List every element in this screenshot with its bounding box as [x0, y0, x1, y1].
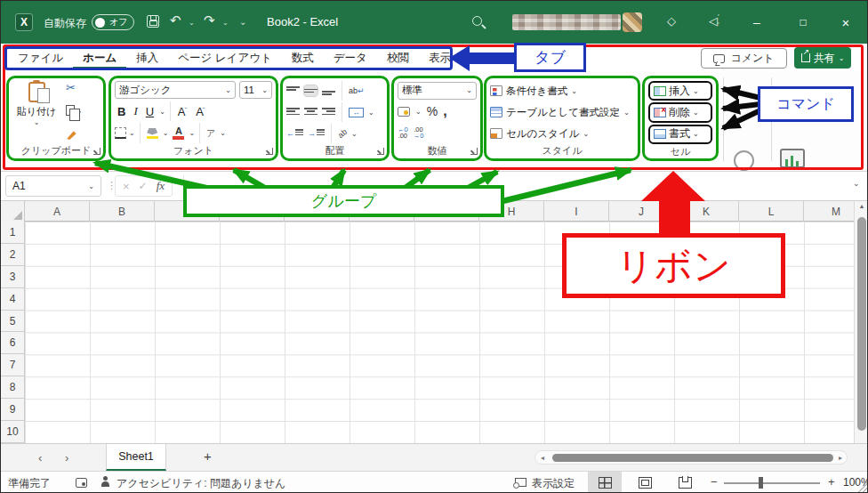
delete-cells-button[interactable]: 削除 ⌄	[648, 102, 712, 122]
comments-button[interactable]: コメント	[701, 48, 787, 69]
bold-button[interactable]: B	[115, 105, 128, 118]
column-header[interactable]: B	[90, 201, 155, 222]
horizontal-scrollbar[interactable]: ◂ ▸	[534, 450, 848, 465]
tab-insert[interactable]: 挿入	[126, 47, 168, 69]
fill-color-button[interactable]	[145, 128, 160, 140]
percent-style-icon[interactable]: %	[427, 104, 438, 118]
align-middle-icon[interactable]	[304, 85, 317, 96]
maximize-button[interactable]: □	[785, 1, 821, 44]
borders-chevron-icon[interactable]: ⌄	[129, 129, 135, 137]
grow-font-button[interactable]: Aˆ	[175, 105, 190, 118]
sheet-tab-sheet1[interactable]: Sheet1	[106, 444, 166, 471]
increase-indent-icon[interactable]: →	[308, 129, 325, 138]
tab-page-layout[interactable]: ページ レイアウト	[168, 47, 282, 69]
align-bottom-icon[interactable]	[322, 85, 335, 96]
zoom-in-button[interactable]: +	[828, 475, 835, 489]
font-color-chevron-icon[interactable]: ⌄	[189, 129, 195, 137]
accounting-format-icon[interactable]	[398, 107, 410, 117]
undo-chevron-icon[interactable]: ⌄	[189, 19, 195, 27]
scroll-right-icon[interactable]: ▸	[839, 454, 842, 462]
zoom-slider-thumb[interactable]	[759, 477, 763, 489]
cut-icon[interactable]: ✂	[66, 83, 83, 93]
dialog-launcher-icon[interactable]	[470, 148, 478, 155]
expand-formula-bar-icon[interactable]: ⌄	[853, 179, 860, 188]
shrink-font-button[interactable]: Aˇ	[193, 105, 208, 118]
dialog-launcher-icon[interactable]	[377, 148, 384, 155]
minimize-button[interactable]: –	[739, 1, 775, 44]
macro-record-icon[interactable]	[76, 478, 87, 488]
select-all-corner[interactable]	[1, 201, 25, 222]
cancel-formula-icon[interactable]: ×	[123, 180, 130, 193]
editing-group-icon[interactable]	[734, 150, 754, 171]
paste-button[interactable]: 貼り付け ⌄	[12, 80, 60, 144]
phonetic-button[interactable]: ア	[205, 129, 217, 137]
autosave-toggle[interactable]: オフ	[92, 14, 134, 30]
decrease-indent-icon[interactable]: ←	[286, 129, 303, 138]
row-header[interactable]: 5	[1, 311, 25, 333]
close-button[interactable]: ×	[828, 1, 864, 44]
share-button[interactable]: 共有 ⌄	[794, 47, 851, 69]
redo-chevron-icon[interactable]: ⌄	[222, 19, 229, 27]
row-header[interactable]: 7	[1, 354, 25, 376]
save-icon[interactable]	[147, 15, 159, 28]
dialog-launcher-icon[interactable]	[93, 148, 100, 155]
italic-button[interactable]: I	[131, 104, 140, 118]
format-as-table-button[interactable]: テーブルとして書式設定 ⌄	[490, 101, 634, 123]
tab-data[interactable]: データ	[324, 47, 377, 69]
feedback-megaphone-icon[interactable]: ◁	[709, 14, 718, 28]
number-format-select[interactable]: 標準 ⌄	[398, 82, 477, 100]
align-left-icon[interactable]	[286, 107, 300, 117]
format-painter-icon[interactable]	[66, 127, 79, 140]
column-header[interactable]: L	[739, 201, 804, 222]
column-header[interactable]: I	[544, 201, 609, 222]
qat-customize-icon[interactable]: ⌄	[239, 17, 246, 27]
align-top-icon[interactable]	[286, 85, 300, 96]
vertical-scrollbar[interactable]: ▲	[854, 201, 868, 443]
enter-formula-icon[interactable]: ✓	[139, 180, 148, 192]
underline-chevron-icon[interactable]: ⌄	[159, 108, 165, 116]
scroll-up-icon[interactable]: ▲	[855, 203, 868, 209]
tab-help[interactable]: ヘルプ	[461, 47, 514, 69]
column-header[interactable]: A	[25, 201, 90, 222]
orientation-icon[interactable]: ab	[336, 127, 349, 140]
tab-file[interactable]: ファイル	[8, 47, 73, 69]
cell-styles-button[interactable]: セルのスタイル ⌄	[490, 123, 634, 144]
sheet-nav-right-icon[interactable]: ›	[65, 451, 68, 465]
accessibility-status[interactable]: アクセシビリティ: 問題ありません	[117, 476, 285, 491]
row-header[interactable]: 10	[1, 421, 25, 443]
copy-button[interactable]: ⌄	[66, 105, 83, 116]
column-header[interactable]: K	[674, 201, 739, 222]
row-header[interactable]: 2	[1, 244, 25, 266]
page-break-view-button[interactable]	[668, 472, 702, 493]
tab-home[interactable]: ホーム	[73, 47, 126, 69]
insert-function-icon[interactable]: fx	[157, 179, 165, 193]
scroll-left-icon[interactable]: ◂	[541, 454, 544, 462]
row-header[interactable]: 3	[1, 266, 25, 288]
wrap-text-icon[interactable]: ab↵	[349, 86, 365, 95]
increase-decimal-icon[interactable]: ←0.00	[398, 126, 408, 139]
display-settings-button[interactable]: 表示設定	[532, 476, 575, 491]
merge-center-icon[interactable]: ↔	[349, 108, 364, 117]
fill-color-chevron-icon[interactable]: ⌄	[163, 129, 169, 137]
comma-style-icon[interactable]: ,	[443, 107, 446, 116]
undo-button[interactable]: ↶	[170, 12, 181, 28]
vertical-scroll-thumb[interactable]	[857, 217, 866, 431]
redo-button[interactable]: ↷	[204, 12, 215, 28]
row-header[interactable]: 8	[1, 376, 25, 399]
premium-diamond-icon[interactable]: ◇	[667, 14, 676, 28]
align-right-icon[interactable]	[322, 107, 335, 117]
decrease-decimal-icon[interactable]: .00→0	[414, 126, 424, 139]
tab-formulas[interactable]: 数式	[282, 47, 324, 69]
borders-icon[interactable]	[115, 127, 126, 139]
tab-view[interactable]: 表示	[419, 47, 461, 69]
row-header[interactable]: 1	[1, 222, 25, 244]
row-header[interactable]: 9	[1, 399, 25, 421]
zoom-slider-track[interactable]	[724, 482, 820, 484]
conditional-formatting-button[interactable]: 条件付き書式 ⌄	[490, 80, 634, 101]
sheet-nav-left-icon[interactable]: ‹	[38, 451, 42, 465]
align-center-icon[interactable]	[304, 107, 317, 117]
row-header[interactable]: 6	[1, 332, 25, 354]
add-sheet-button[interactable]: +	[204, 449, 212, 464]
horizontal-scroll-thumb[interactable]	[552, 454, 833, 462]
accounting-chevron-icon[interactable]: ⌄	[415, 108, 422, 116]
